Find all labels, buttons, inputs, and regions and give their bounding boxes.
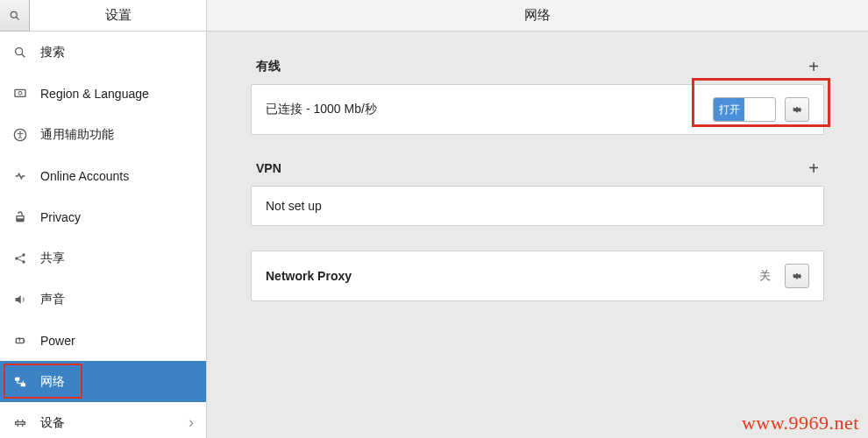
content-body: 有线 + 已连接 - 1000 Mb/秒 打开 (207, 32, 868, 438)
svg-line-3 (22, 53, 25, 57)
wired-controls: 打开 (713, 97, 809, 122)
sidebar-item-search[interactable]: 搜索 (0, 32, 206, 73)
switch-off-knob (744, 98, 775, 121)
wired-connection-row: 已连接 - 1000 Mb/秒 打开 (251, 84, 824, 135)
sidebar-header: 设置 (0, 0, 206, 32)
accounts-icon (12, 169, 28, 183)
add-wired-button[interactable]: + (808, 58, 819, 75)
sidebar: 设置 搜索 Region & Language 通用辅助功能 Online Ac… (0, 0, 207, 438)
sidebar-item-label: 网络 (40, 374, 65, 390)
search-icon (12, 46, 28, 60)
sidebar-item-label: 共享 (40, 251, 65, 266)
sidebar-item-label: 设备 (40, 415, 65, 431)
sidebar-item-sound[interactable]: 声音 (0, 279, 206, 320)
section-title: 有线 (256, 59, 281, 74)
svg-point-5 (18, 91, 22, 95)
sidebar-item-network[interactable]: 网络 (0, 361, 206, 402)
vpn-status-text: Not set up (266, 199, 322, 213)
svg-point-11 (22, 260, 25, 263)
proxy-settings-button[interactable] (785, 264, 809, 288)
sidebar-item-label: 通用辅助功能 (40, 127, 114, 143)
gear-icon (791, 270, 803, 282)
sidebar-item-privacy[interactable]: Privacy (0, 196, 206, 237)
wired-toggle-switch[interactable]: 打开 (713, 97, 776, 122)
search-icon (9, 10, 21, 22)
svg-rect-8 (17, 218, 24, 222)
power-icon (12, 334, 28, 348)
proxy-controls: 关 (759, 264, 809, 288)
section-proxy: Network Proxy 关 (251, 251, 824, 301)
chevron-right-icon: › (189, 413, 194, 432)
svg-point-9 (15, 257, 18, 259)
network-icon (12, 375, 28, 389)
devices-icon (12, 416, 28, 430)
sidebar-item-accessibility[interactable]: 通用辅助功能 (0, 114, 206, 155)
gear-icon (791, 103, 803, 116)
sidebar-list: 搜索 Region & Language 通用辅助功能 Online Accou… (0, 32, 206, 438)
svg-point-2 (16, 47, 23, 54)
svg-point-0 (11, 11, 17, 18)
wired-status-text: 已连接 - 1000 Mb/秒 (266, 102, 377, 117)
svg-rect-4 (15, 89, 25, 96)
sidebar-item-label: 声音 (40, 292, 65, 307)
svg-line-13 (18, 258, 22, 261)
add-vpn-button[interactable]: + (808, 159, 819, 177)
section-vpn: VPN + Not set up (251, 159, 824, 226)
content-panel: 网络 有线 + 已连接 - 1000 Mb/秒 打开 (207, 0, 868, 438)
svg-rect-18 (16, 421, 25, 424)
accessibility-icon (12, 128, 28, 142)
globe-icon (12, 87, 28, 101)
sidebar-item-label: 搜索 (40, 45, 65, 60)
section-header-vpn: VPN + (251, 159, 824, 186)
svg-rect-16 (15, 377, 19, 380)
sidebar-item-power[interactable]: Power (0, 320, 206, 361)
svg-line-1 (16, 17, 18, 19)
app-window: 设置 搜索 Region & Language 通用辅助功能 Online Ac… (0, 0, 868, 438)
vpn-row: Not set up (251, 186, 824, 226)
svg-line-12 (18, 255, 22, 258)
wired-settings-button[interactable] (785, 97, 809, 122)
proxy-label: Network Proxy (266, 269, 352, 283)
sound-icon (12, 293, 28, 307)
sidebar-item-label: Online Accounts (40, 169, 129, 183)
sidebar-item-label: Power (40, 334, 75, 348)
share-icon (12, 251, 28, 265)
sidebar-item-online-accounts[interactable]: Online Accounts (0, 155, 206, 196)
sidebar-item-sharing[interactable]: 共享 (0, 237, 206, 279)
sidebar-item-devices[interactable]: 设备 › (0, 402, 206, 438)
svg-point-10 (22, 253, 25, 256)
search-button[interactable] (0, 0, 30, 32)
sidebar-item-label: Region & Language (40, 87, 149, 101)
sidebar-item-label: Privacy (40, 210, 81, 224)
section-header-wired: 有线 + (251, 58, 824, 84)
svg-point-7 (19, 131, 21, 132)
proxy-row[interactable]: Network Proxy 关 (251, 251, 824, 301)
watermark-text: www.9969.net (742, 412, 859, 434)
section-title: VPN (256, 161, 281, 175)
svg-rect-15 (24, 339, 25, 342)
content-title: 网络 (207, 0, 868, 32)
sidebar-item-region-language[interactable]: Region & Language (0, 73, 206, 114)
svg-rect-17 (21, 383, 25, 386)
section-wired: 有线 + 已连接 - 1000 Mb/秒 打开 (251, 58, 824, 135)
switch-on-label: 打开 (714, 98, 744, 121)
privacy-icon (12, 210, 28, 224)
sidebar-title: 设置 (30, 0, 206, 31)
proxy-status-text: 关 (759, 268, 771, 284)
